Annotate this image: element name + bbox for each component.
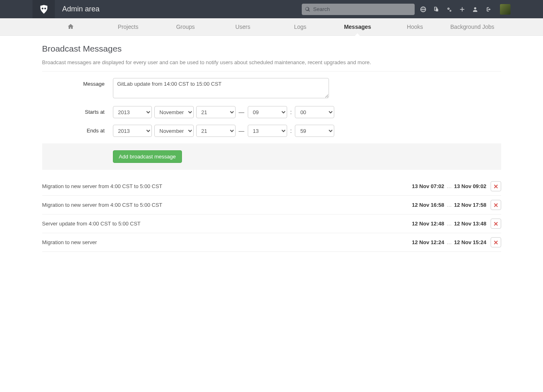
ends-year-select[interactable]: 2013	[113, 125, 152, 137]
page-description: Broadcast messages are displayed for eve…	[42, 59, 501, 65]
subnav-groups[interactable]: Groups	[157, 18, 214, 36]
broadcast-row: Migration to new server12 Nov 12:24 … 12…	[42, 233, 501, 252]
message-textarea[interactable]	[113, 78, 329, 98]
delete-broadcast-button[interactable]	[491, 200, 501, 210]
globe-icon[interactable]	[420, 6, 426, 12]
app-logo[interactable]	[32, 0, 55, 18]
starts-month-select[interactable]: November	[154, 106, 194, 118]
user-icon[interactable]	[472, 6, 478, 12]
broadcast-timespan: 12 Nov 12:24 … 12 Nov 15:24	[412, 239, 486, 245]
subnav-users[interactable]: Users	[214, 18, 271, 36]
starts-year-select[interactable]: 2013	[113, 106, 152, 118]
message-label: Message	[42, 78, 113, 87]
broadcast-row: Migration to new server from 4:00 CST to…	[42, 177, 501, 196]
starts-minute-select[interactable]: 00	[295, 106, 334, 118]
broadcast-row: Server update from 4:00 CST to 5:00 CST1…	[42, 214, 501, 233]
delete-broadcast-button[interactable]	[491, 237, 501, 247]
file-copy-icon[interactable]	[433, 6, 439, 12]
ends-at-label: Ends at	[42, 125, 113, 134]
cogs-icon[interactable]	[446, 6, 452, 12]
starts-at-row: Starts at 2013 November 21 — 09 : 00	[42, 106, 501, 118]
subnav-projects[interactable]: Projects	[100, 18, 157, 36]
date-dash: —	[238, 109, 245, 115]
subnav-background-jobs[interactable]: Background Jobs	[443, 18, 501, 36]
subnav-messages[interactable]: Messages	[329, 18, 386, 36]
time-colon: :	[290, 109, 293, 115]
ends-minute-select[interactable]: 59	[295, 125, 334, 137]
time-colon: :	[290, 128, 293, 134]
broadcast-timespan: 13 Nov 07:02 … 13 Nov 09:02	[412, 183, 486, 189]
broadcast-text: Migration to new server	[42, 239, 412, 245]
broadcast-row: Migration to new server from 4:00 CST to…	[42, 196, 501, 214]
broadcast-list: Migration to new server from 4:00 CST to…	[42, 177, 501, 252]
ends-day-select[interactable]: 21	[196, 125, 236, 137]
close-icon	[494, 240, 498, 245]
home-icon	[67, 23, 74, 30]
global-search	[302, 4, 415, 15]
broadcast-timespan: 12 Nov 12:48 … 12 Nov 13:48	[412, 221, 486, 227]
page-title: Broadcast Messages	[42, 44, 501, 54]
user-avatar[interactable]	[500, 4, 511, 15]
ends-month-select[interactable]: November	[154, 125, 194, 137]
plus-icon[interactable]	[459, 6, 465, 12]
top-navbar: Admin area	[0, 0, 543, 18]
subnav-home[interactable]	[42, 18, 100, 36]
page-area-title: Admin area	[55, 5, 100, 13]
message-row: Message	[42, 78, 501, 100]
broadcast-timespan: 12 Nov 16:58 … 12 Nov 17:58	[412, 202, 486, 208]
submit-bar: Add broadcast message	[42, 143, 501, 170]
broadcast-text: Server update from 4:00 CST to 5:00 CST	[42, 221, 412, 227]
delete-broadcast-button[interactable]	[491, 219, 501, 229]
starts-at-label: Starts at	[42, 106, 113, 115]
broadcast-text: Migration to new server from 4:00 CST to…	[42, 183, 412, 189]
ends-at-row: Ends at 2013 November 21 — 13 : 59	[42, 125, 501, 137]
divider	[42, 71, 501, 71]
admin-subnav: ProjectsGroupsUsersLogsMessagesHooksBack…	[0, 18, 543, 36]
sign-out-icon[interactable]	[485, 6, 491, 12]
starts-day-select[interactable]: 21	[196, 106, 236, 118]
ends-hour-select[interactable]: 13	[248, 125, 287, 137]
subnav-hooks[interactable]: Hooks	[386, 18, 443, 36]
date-dash: —	[238, 128, 245, 134]
close-icon	[494, 203, 498, 207]
add-broadcast-button[interactable]: Add broadcast message	[113, 150, 182, 163]
search-icon	[305, 6, 310, 12]
starts-hour-select[interactable]: 09	[248, 106, 287, 118]
navbar-icon-group	[420, 4, 543, 15]
close-icon	[494, 184, 498, 188]
close-icon	[494, 222, 498, 226]
search-input[interactable]	[302, 4, 415, 15]
delete-broadcast-button[interactable]	[491, 181, 501, 191]
broadcast-text: Migration to new server from 4:00 CST to…	[42, 202, 412, 208]
subnav-logs[interactable]: Logs	[272, 18, 329, 36]
